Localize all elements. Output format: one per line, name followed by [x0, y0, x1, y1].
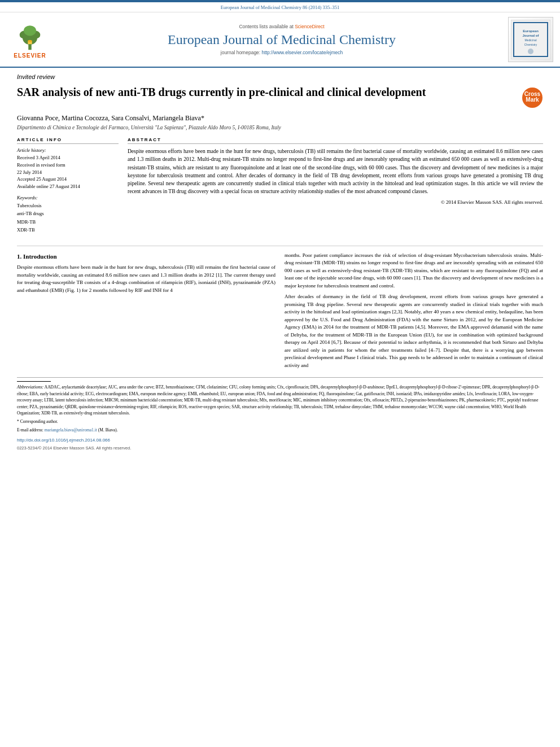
email-author-note: (M. Biava).: [98, 427, 118, 433]
keywords-label: Keywords:: [17, 195, 119, 200]
svg-point-6: [28, 40, 32, 42]
body-col-right: months. Poor patient compliance increase…: [285, 252, 543, 373]
accepted-text: Accepted 25 August 2014: [17, 176, 119, 183]
article-info-header: ARTICLE INFO: [17, 137, 119, 144]
received-text: Received 3 April 2014: [17, 154, 119, 161]
svg-point-13: [528, 49, 533, 54]
affiliation: Dipartimento di Chimica e Tecnologie del…: [17, 125, 543, 130]
journal-header: ELSEVIER Contents lists available at Sci…: [0, 12, 560, 68]
homepage-line: journal homepage: http://www.elsevier.co…: [221, 50, 343, 55]
sciencedirect-line: Contents lists available at ScienceDirec…: [239, 24, 324, 29]
keywords-list: Tuberculosis anti-TB drugs MDR-TB XDR-TB: [17, 202, 119, 234]
corresponding-note: * Corresponding author.: [17, 418, 543, 425]
svg-text:Medicinal: Medicinal: [524, 38, 536, 42]
keyword-2: anti-TB drugs: [17, 209, 119, 217]
abstract-header: ABSTRACT: [128, 137, 543, 144]
footnotes-divider: [17, 381, 51, 382]
journal-logo-icon: European Journal of Medicinal Chemistry: [511, 20, 550, 59]
abbreviations-text: AADAC, arylacetamide deacetylase; AUC, a…: [17, 385, 540, 416]
journal-citation: European Journal of Medicinal Chemistry …: [0, 2, 560, 12]
body-col-left: 1. Introduction Despite enormous efforts…: [17, 252, 275, 373]
info-abstract-row: ARTICLE INFO Article history: Received 3…: [17, 137, 543, 239]
homepage-label: journal homepage:: [221, 50, 260, 55]
doi-line: http://dx.doi.org/10.1016/j.ejmech.2014.…: [17, 437, 543, 444]
journal-title: European Journal of Medicinal Chemistry: [168, 32, 396, 48]
corresponding-label: * Corresponding author.: [17, 419, 58, 424]
authors: Giovanna Poce, Martina Cocozza, Sara Con…: [17, 114, 543, 123]
intro-para2: months. Poor patient compliance increase…: [285, 252, 543, 290]
keywords-group: Keywords: Tuberculosis anti-TB drugs MDR…: [17, 195, 119, 234]
intro-para3: After decades of dormancy in the field o…: [285, 293, 543, 369]
keyword-1: Tuberculosis: [17, 202, 119, 209]
abbreviations-label: Abbreviations:: [17, 385, 43, 390]
footnotes-area: Abbreviations: AADAC, arylacetamide deac…: [17, 377, 543, 451]
homepage-url[interactable]: http://www.elsevier.com/locate/ejmech: [262, 50, 343, 55]
title-row: SAR analysis of new anti-TB drugs curren…: [17, 85, 543, 108]
email-note: E-mail address: mariangela.biava@uniroma…: [17, 427, 543, 433]
sciencedirect-link[interactable]: ScienceDirect: [295, 24, 324, 29]
article-title: SAR analysis of new anti-TB drugs curren…: [17, 85, 522, 99]
article-info-col: ARTICLE INFO Article history: Received 3…: [17, 137, 119, 239]
email-link[interactable]: mariangela.biava@uniroma1.it: [45, 427, 97, 433]
abbreviations-block: Abbreviations: AADAC, arylacetamide deac…: [17, 384, 543, 416]
svg-text:Chemistry: Chemistry: [524, 43, 537, 46]
journal-info: Contents lists available at ScienceDirec…: [60, 17, 504, 62]
journal-logo: European Journal of Medicinal Chemistry: [508, 17, 553, 62]
section-divider: [17, 246, 543, 246]
revised-date: 22 July 2014: [17, 169, 119, 176]
svg-text:European: European: [523, 29, 539, 33]
intro-title: 1. Introduction: [17, 252, 275, 261]
email-label: E-mail address:: [17, 427, 43, 433]
body-columns: 1. Introduction Despite enormous efforts…: [17, 252, 543, 373]
sciencedirect-label: Contents lists available at: [239, 24, 293, 29]
svg-text:Mark: Mark: [526, 97, 539, 103]
main-content: Invited review SAR analysis of new anti-…: [0, 68, 560, 457]
abstract-copyright: © 2014 Elsevier Masson SAS. All rights r…: [128, 199, 543, 205]
doi-link[interactable]: http://dx.doi.org/10.1016/j.ejmech.2014.…: [17, 438, 110, 443]
abstract-col: ABSTRACT Despite enormous efforts have b…: [128, 137, 543, 239]
revised-label: Received in revised form: [17, 161, 119, 169]
elsevier-tree-icon: [13, 20, 47, 51]
keyword-3: MDR-TB: [17, 218, 119, 226]
abstract-text: Despite enormous efforts have been made …: [128, 147, 543, 196]
svg-point-4: [24, 25, 36, 36]
elsevier-brand-text: ELSEVIER: [14, 53, 46, 59]
crossmark-badge-icon: Cross Mark: [522, 87, 543, 108]
history-label: Article history:: [17, 147, 119, 153]
citation-text: European Journal of Medicinal Chemistry …: [221, 5, 339, 10]
intro-para1: Despite enormous efforts have been made …: [17, 264, 275, 294]
history-group: Article history: Received 3 April 2014 R…: [17, 147, 119, 190]
article-type: Invited review: [17, 73, 543, 80]
elsevier-logo: ELSEVIER: [5, 17, 55, 62]
online-text: Available online 27 August 2014: [17, 183, 119, 190]
svg-text:Journal of: Journal of: [522, 34, 539, 37]
issn-copyright: 0223-5234/© 2014 Elsevier Masson SAS. Al…: [17, 445, 543, 451]
keyword-4: XDR-TB: [17, 226, 119, 234]
